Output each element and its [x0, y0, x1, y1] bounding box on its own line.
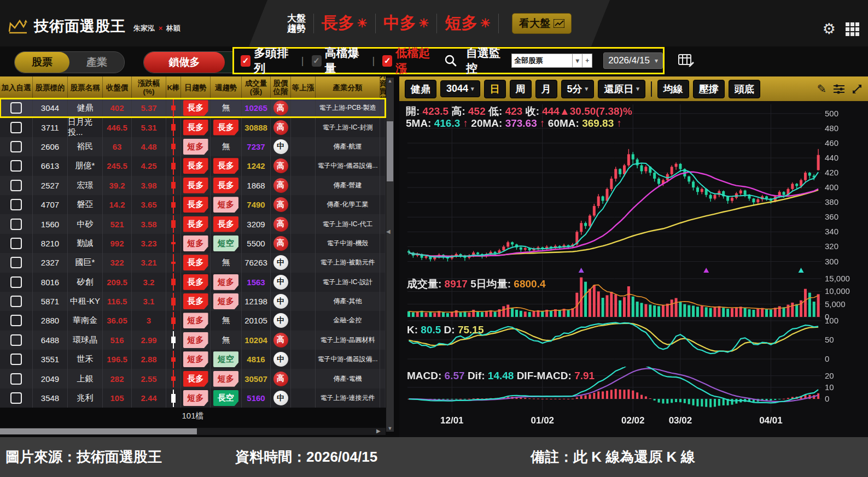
column-header[interactable]: 漲跌幅 (%): [132, 76, 166, 98]
draw-pencil-icon[interactable]: ✎: [817, 83, 826, 96]
scroll-right-icon[interactable]: ▶: [376, 428, 381, 434]
column-header[interactable]: 成交量 (張): [242, 76, 271, 98]
row-checkbox[interactable]: [10, 238, 22, 249]
price-level-badge: 高: [271, 117, 291, 137]
column-header[interactable]: 產業分類: [316, 76, 380, 98]
fullscreen-expand-icon[interactable]: [852, 84, 863, 95]
row-checkbox[interactable]: [10, 199, 22, 210]
vertical-scrollbar[interactable]: ▲ ▼: [386, 78, 394, 432]
row-checkbox[interactable]: [10, 102, 22, 114]
volume-value: 30507: [242, 369, 271, 388]
scroll-down-icon[interactable]: ▼: [386, 426, 394, 431]
checkbox-icon[interactable]: ✓: [382, 55, 392, 67]
toggle-stock-off[interactable]: 產業: [69, 52, 124, 73]
edit-columns-icon[interactable]: [678, 54, 695, 68]
table-row[interactable]: 5871 中租-KY 116.5 3.1 長多 短多 12198 中 傳產-其他: [0, 292, 386, 311]
column-header[interactable]: 週趨勢: [211, 76, 242, 98]
search-icon[interactable]: [444, 54, 457, 67]
table-row[interactable]: 2327 國巨* 322 3.21 長多 無 76263 中 電子上游-被動元件: [0, 253, 386, 272]
row-checkbox[interactable]: [10, 141, 22, 152]
scroll-up-icon[interactable]: ▲: [386, 78, 394, 84]
trend-badge: 短多: [213, 293, 238, 309]
row-checkbox[interactable]: [10, 334, 22, 346]
column-header[interactable]: 股價 位階: [271, 76, 291, 98]
column-header[interactable]: K棒: [166, 76, 181, 98]
ma-lines-button[interactable]: 均線: [657, 80, 689, 98]
price-level-badge: 高: [271, 234, 291, 253]
period-week-button[interactable]: 周: [510, 80, 532, 98]
toggle-stock-on[interactable]: 股票: [15, 52, 69, 73]
checkbox-low-base-rally[interactable]: ✓ 低檔起漲: [382, 45, 435, 76]
stock-name: 宏璟: [68, 176, 103, 195]
top-bottom-button[interactable]: 頭底: [729, 80, 760, 98]
level-badge: 中: [273, 275, 288, 290]
row-checkbox[interactable]: [10, 257, 22, 268]
table-row[interactable]: 3711 日月光投... 446.5 5.31 長多 長多 30888 高 電子…: [0, 117, 386, 137]
horizontal-scroll-thumb[interactable]: [0, 428, 197, 434]
row-checkbox[interactable]: [10, 219, 22, 230]
row-checkbox[interactable]: [10, 354, 22, 365]
table-row[interactable]: 3551 世禾 196.5 2.88 短多 短空 4816 中 電子中游-儀器設…: [0, 350, 386, 369]
table-row[interactable]: 3548 兆利 105 2.44 短多 長空 5160 中 電子上游-連接元件: [0, 388, 386, 408]
period-day-button[interactable]: 日: [484, 80, 506, 98]
kbar-candle-icon: [170, 234, 177, 252]
restore-mode-select[interactable]: 還原日▾: [598, 80, 645, 98]
table-row[interactable]: 6488 環球晶 516 2.99 短多 無 10204 高 電子上游-晶圓材料: [0, 331, 386, 350]
wait-rise-cell: [291, 137, 316, 156]
watchlist-caret-button[interactable]: ▾: [573, 54, 582, 68]
row-checkbox[interactable]: [10, 122, 22, 133]
checkbox-icon[interactable]: ✓: [312, 55, 322, 67]
column-header[interactable]: 日趨勢: [181, 76, 211, 98]
checkbox-icon[interactable]: ✓: [241, 55, 251, 67]
table-row[interactable]: 8210 勤誠 992 3.23 短多 短空 5500 高 電子中游-機殼: [0, 234, 386, 253]
clipped-cell: [380, 369, 386, 388]
table-row[interactable]: 8016 矽創 209.5 3.2 長多 短多 1563 中 電子上游-IC-設…: [0, 273, 386, 292]
table-row[interactable]: 1560 中砂 521 3.58 長多 長多 3209 高 電子上游-IC-代工: [0, 214, 386, 233]
row-checkbox[interactable]: [10, 315, 22, 326]
period-month-button[interactable]: 月: [535, 80, 557, 98]
chart-stock-name[interactable]: 健鼎: [405, 80, 436, 98]
column-header[interactable]: 收盤價: [103, 76, 132, 98]
checkbox-high-volume-burst[interactable]: ✓ 高檔爆量: [312, 45, 365, 76]
column-header[interactable]: 外資買超: [380, 76, 386, 98]
level-badge: 高: [273, 120, 288, 135]
row-checkbox[interactable]: [10, 276, 22, 288]
indicator-settings-icon[interactable]: [833, 84, 845, 95]
column-header[interactable]: 加入自選: [0, 76, 33, 98]
table-row[interactable]: 6613 朋億* 245.5 4.25 長多 長多 1242 高 電子中游-儀器…: [0, 156, 386, 175]
period-minute-select[interactable]: 5分▾: [561, 80, 595, 98]
table-row[interactable]: 2880 華南金 36.05 3 短多 無 20105 中 金融-金控: [0, 311, 386, 330]
stock-industry-toggle[interactable]: 股票 產業: [14, 51, 125, 73]
table-row[interactable]: 2606 裕民 63 4.48 短多 無 7237 中 傳產-航運: [0, 137, 386, 156]
column-header[interactable]: 股票標的: [33, 76, 68, 98]
collapse-panel-icon[interactable]: ◀: [386, 228, 391, 234]
week-trend-badge: 長空: [211, 388, 242, 408]
vertical-scroll-thumb[interactable]: [387, 121, 393, 181]
toggle-lock-long[interactable]: 鎖做多: [144, 52, 225, 73]
row-checkbox[interactable]: [10, 180, 22, 191]
apps-grid-icon[interactable]: [846, 22, 859, 36]
watchlist-select[interactable]: [511, 54, 573, 68]
table-row[interactable]: 4707 磐亞 14.2 3.65 長多 短多 7490 高 傳產-化學工業: [0, 195, 386, 214]
author-1: 朱家泓: [133, 24, 155, 32]
row-checkbox[interactable]: [10, 160, 22, 172]
kline-chart-canvas[interactable]: [399, 101, 868, 437]
row-checkbox[interactable]: [10, 296, 22, 307]
date-select[interactable]: 2026/4/15 ▾: [603, 52, 663, 69]
watchlist-add-button[interactable]: +: [582, 54, 592, 68]
support-resistance-button[interactable]: 壓撐: [693, 80, 725, 98]
table-row[interactable]: 2527 宏璟 39.2 3.98 長多 長多 1868 高 傳產-營建: [0, 176, 386, 195]
settings-gear-icon[interactable]: ⚙: [823, 22, 836, 37]
column-header[interactable]: 等上漲: [291, 76, 316, 98]
view-market-button[interactable]: 看大盤: [512, 13, 572, 34]
table-row[interactable]: 3044 健鼎 402 5.37 長多 無 10265 高 電子上游-PCB-製…: [0, 98, 386, 117]
row-checkbox[interactable]: [10, 373, 22, 385]
table-row[interactable]: 2049 上銀 282 2.55 長多 短多 30507 高 傳產-電機: [0, 369, 386, 388]
week-trend-badge: 無: [211, 253, 242, 272]
checkbox-bullish-alignment[interactable]: ✓ 多頭排列: [241, 45, 294, 76]
chart-stock-id-select[interactable]: 3044▾: [440, 80, 480, 97]
row-checkbox[interactable]: [10, 392, 22, 404]
column-header[interactable]: 股票名稱: [68, 76, 103, 98]
trend-badge: 短多: [213, 197, 238, 213]
horizontal-scrollbar[interactable]: ▶: [0, 428, 386, 435]
